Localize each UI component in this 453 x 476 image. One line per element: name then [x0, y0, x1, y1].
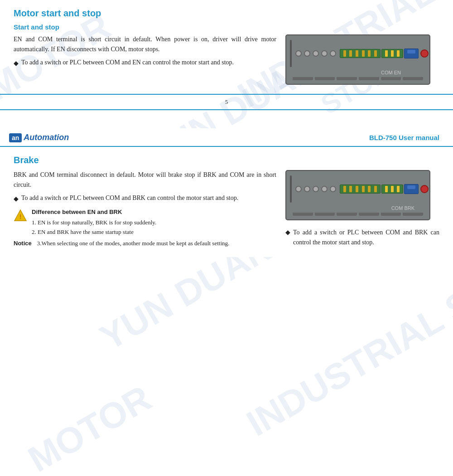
sub-title: Start and stop — [14, 23, 439, 31]
wm-text-6: INDUSTRIAL STORE — [240, 232, 453, 444]
notice-label-row: Notice 3.When selecting one of the modes… — [14, 239, 276, 248]
brake-body1: BRK and COM terminal disconnect in defau… — [14, 170, 276, 190]
notice-label: Notice — [14, 239, 32, 248]
logo-area: an Automation — [9, 133, 69, 142]
wm-text-7: MOTOR — [21, 377, 159, 476]
notice-item1: 1. EN is for stop naturally, BRK is for … — [32, 218, 276, 228]
logo-text: Automation — [24, 133, 69, 142]
top-text-col: EN and COM terminal is short circuit in … — [14, 34, 276, 68]
brake-bullet-text: To add a switch or PLC between COM and B… — [21, 193, 238, 203]
notice-content: Difference between EN and BRK 1. EN is f… — [32, 208, 276, 237]
spacer — [0, 110, 453, 128]
brake-title: Brake — [14, 155, 439, 165]
notice-icon: ! — [14, 209, 27, 222]
brake-right-bullet: ◆ To add a switch or PLC between COM and… — [285, 228, 439, 248]
brake-right-col: COM BRK ◆ To add a switch — [285, 170, 439, 248]
notice-header: Difference between EN and BRK — [32, 208, 276, 217]
brake-content-row: BRK and COM terminal disconnect in defau… — [14, 170, 439, 248]
logo-box: an — [9, 133, 22, 142]
page-divider: 5 — [0, 94, 453, 110]
brake-hw-device: COM BRK — [285, 170, 430, 220]
notice-row: ! Difference between EN and BRK 1. EN is… — [14, 208, 276, 237]
main-title: Motor start and stop — [14, 8, 439, 19]
bullet-diamond-right: ◆ — [285, 228, 290, 236]
brake-bullet-1: ◆ To add a switch or PLC between COM and… — [14, 193, 276, 204]
top-content-row: EN and COM terminal is short circuit in … — [14, 34, 439, 85]
brake-text-col: BRK and COM terminal disconnect in defau… — [14, 170, 276, 248]
bullet-diamond-1: ◆ — [14, 58, 19, 68]
top-image-col: COM EN — [285, 34, 439, 85]
header-bar: an Automation BLD-750 User manual — [0, 128, 453, 147]
top-body-text: EN and COM terminal is short circuit in … — [14, 34, 276, 55]
bottom-section: an Automation BLD-750 User manual Brake … — [0, 128, 453, 257]
brake-section: Brake BRK and COM terminal disconnect in… — [0, 147, 453, 257]
hw-label-top: COM EN — [290, 70, 426, 75]
page-number: 5 — [225, 98, 228, 105]
bullet-diamond-brake: ◆ — [14, 194, 19, 204]
manual-title: BLD-750 User manual — [369, 134, 439, 141]
top-bullet-text-1: To add a switch or PLC between COM and E… — [21, 58, 234, 68]
top-bullet-1: ◆ To add a switch or PLC between COM and… — [14, 58, 276, 68]
page-content: Motor start and stop Start and stop EN a… — [0, 0, 453, 257]
svg-text:!: ! — [19, 213, 22, 220]
notice-item3: 3.When selecting one of the modes, anoth… — [37, 239, 230, 248]
top-section: Motor start and stop Start and stop EN a… — [0, 0, 453, 89]
brake-right-bullet-text: To add a switch or PLC between COM and B… — [293, 228, 439, 248]
hw-label-brake: COM BRK — [290, 205, 426, 211]
notice-item2: 2. EN and BRK have the same startup stat… — [32, 228, 276, 237]
